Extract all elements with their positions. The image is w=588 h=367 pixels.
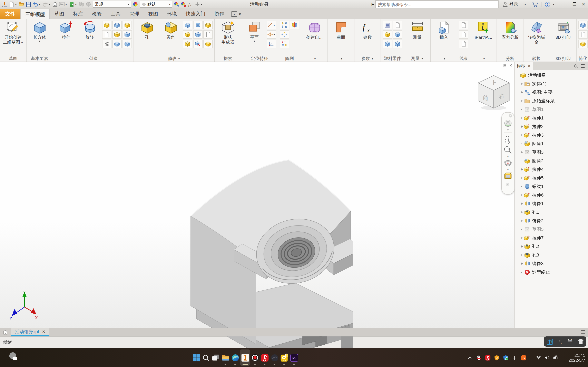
expand-icon[interactable]: + — [519, 176, 524, 180]
expand-icon[interactable]: + — [519, 261, 524, 266]
ribbon-button-harness-route[interactable] — [459, 21, 468, 29]
weather-icon[interactable] — [8, 351, 19, 362]
expand-icon[interactable]: + — [519, 244, 524, 249]
ime-width-indicator[interactable]: 半 — [568, 338, 572, 345]
expand-icon[interactable]: + — [519, 133, 524, 137]
tree-item-15[interactable]: +镜像1 — [515, 200, 588, 208]
tree-item-22[interactable]: +镜像3 — [515, 259, 588, 268]
appearance-combo[interactable]: 默认▼ — [140, 1, 172, 8]
ribbon-group-label-plastic[interactable]: 塑料零件 — [381, 55, 404, 62]
qat-open-folder-button[interactable] — [18, 0, 25, 8]
ribbon-tab-标注[interactable]: 标注 — [69, 9, 87, 19]
ribbon-button-emboss[interactable] — [102, 30, 112, 39]
tree-item-17[interactable]: +镜像2 — [515, 217, 588, 225]
ribbon-button-plane[interactable]: 平面▼ — [243, 20, 266, 43]
ribbon-button-mirror-feature[interactable] — [290, 21, 299, 29]
visual-style-combo[interactable]: 常规▼ — [93, 1, 131, 8]
ribbon-button-ipart[interactable]: iPart/iA... — [472, 20, 495, 40]
ribbon-button-coil[interactable] — [102, 40, 112, 48]
tree-item-19[interactable]: +拉伸7 — [515, 234, 588, 242]
close-view-icon[interactable]: ✕ — [509, 63, 512, 68]
search-flyout-icon[interactable]: ▶ — [372, 2, 374, 6]
expand-icon[interactable]: + — [519, 124, 524, 129]
ribbon-button-combine[interactable] — [193, 30, 203, 39]
close-button[interactable]: ✕ — [579, 0, 588, 8]
volume-icon[interactable] — [544, 355, 550, 360]
tree-item-4[interactable]: ·草图1 — [515, 105, 588, 114]
qat-material-sphere-button[interactable] — [85, 0, 92, 8]
tray-tray-chevron-icon[interactable] — [467, 355, 473, 361]
qat-material-book-button[interactable]: ▼ — [68, 0, 78, 8]
ribbon-group-label-sketch[interactable]: 草图 — [0, 55, 26, 62]
ribbon-button-delete-face[interactable] — [193, 40, 203, 48]
tree-item-20[interactable]: +孔2 — [515, 242, 588, 251]
ribbon-button-decal[interactable] — [112, 30, 122, 39]
qat-home-button[interactable] — [52, 0, 58, 8]
expand-icon[interactable]: + — [519, 99, 524, 103]
ribbon-group-label-work-features[interactable]: 定位特征 — [241, 55, 278, 62]
expand-icon[interactable]: + — [519, 201, 524, 206]
menu-icon[interactable]: ☰ — [581, 63, 586, 69]
ribbon-button-shell[interactable] — [183, 30, 192, 39]
tree-item-23[interactable]: ·造型终止 — [515, 268, 588, 276]
ribbon-tab-环境[interactable]: 环境 — [163, 9, 181, 19]
ribbon-button-sketch-pattern[interactable]: ++ — [280, 40, 289, 48]
ribbon-group-label-analysis[interactable]: 分析 — [497, 55, 523, 62]
ribbon-tab-检验[interactable]: 检验 — [87, 9, 106, 19]
ribbon-group-label-print3d[interactable]: 3D 打印 — [550, 55, 576, 62]
help-icon[interactable]: ? — [544, 1, 551, 8]
ribbon-tab-协作[interactable]: 协作 — [210, 9, 229, 19]
ribbon-button-surface[interactable]: 曲面 — [329, 20, 352, 40]
tree-item-11[interactable]: +拉伸4 — [515, 165, 588, 174]
minimize-button[interactable]: — — [561, 0, 570, 8]
ribbon-tab-工具[interactable]: 工具 — [106, 9, 125, 19]
ribbon-button-sheet-metal[interactable]: 转换为钣金 — [525, 20, 548, 45]
tray-defender-icon[interactable] — [503, 355, 509, 361]
taskbar-app-inventor[interactable]: PRO — [240, 350, 250, 366]
tree-item-3[interactable]: +原始坐标系 — [515, 97, 588, 105]
view-cube[interactable]: 上 前 右 — [477, 74, 510, 111]
expand-icon[interactable]: + — [519, 236, 524, 240]
tree-item-7[interactable]: +拉伸3 — [515, 131, 588, 140]
ribbon-button-harness-doc[interactable] — [459, 40, 468, 48]
ribbon-group-label-simplify[interactable]: 简化 — [577, 55, 588, 62]
taskbar-app-player[interactable]: Player — [279, 350, 289, 366]
expand-icon[interactable]: + — [519, 90, 524, 95]
ime-skin-icon[interactable] — [578, 339, 584, 344]
qat-appearance-adjust-button[interactable] — [78, 0, 85, 8]
qat-fx-small-button[interactable]: fx — [187, 0, 194, 8]
ribbon-group-label-pattern[interactable]: 阵列 — [278, 55, 301, 62]
ribbon-group-label-modify[interactable]: 修改▼ — [134, 55, 214, 62]
taskbar-app-edge[interactable] — [230, 350, 240, 366]
expand-icon[interactable]: + — [519, 253, 524, 257]
ribbon-button-split[interactable] — [203, 21, 213, 29]
expand-icon[interactable]: + — [519, 210, 524, 215]
tree-item-18[interactable]: ·草图5 — [515, 225, 588, 234]
ribbon-button-freeform[interactable]: 创建自... — [303, 20, 326, 40]
tree-item-0[interactable]: 活动钳身 — [515, 71, 588, 80]
ribbon-tab-file[interactable]: 文件 — [0, 9, 20, 19]
ribbon-button-shape-generator[interactable]: 形状生成器 — [216, 20, 239, 45]
ribbon-button-sweep[interactable] — [102, 21, 112, 29]
ribbon-button-derive[interactable] — [122, 21, 132, 29]
ribbon-button-hole[interactable]: 孔 — [136, 20, 158, 40]
ribbon-button-revolve[interactable]: 旋转 — [78, 20, 101, 40]
taskbar-app-netease-music[interactable] — [260, 350, 269, 366]
ribbon-button-remove-details[interactable] — [578, 21, 588, 29]
ribbon-button-rect-pattern[interactable] — [280, 21, 289, 29]
tree-item-14[interactable]: +拉伸6 — [515, 191, 588, 200]
qat-add-plus-button[interactable]: ▼ — [194, 0, 204, 8]
nav-wheel-icon[interactable] — [503, 119, 513, 128]
ribbon-button-thread[interactable] — [193, 21, 203, 29]
tray-qq-icon[interactable] — [476, 355, 482, 361]
ribbon-group-label-convert[interactable]: 转换 — [523, 55, 550, 62]
add-browser-tab-button[interactable]: + — [533, 63, 541, 69]
ribbon-tab-视图[interactable]: 视图 — [144, 9, 163, 19]
taskbar-app-dark-app[interactable] — [269, 350, 279, 366]
ribbon-button-chamfer[interactable] — [183, 21, 192, 29]
taskbar-app-explorer[interactable] — [221, 350, 230, 366]
qat-new-file-button[interactable]: ▼ — [8, 0, 18, 8]
ribbon-group-label-explore[interactable]: 探索 — [215, 55, 241, 62]
battery-icon[interactable] — [553, 355, 559, 360]
ribbon-button-snap-fit[interactable] — [383, 30, 392, 39]
